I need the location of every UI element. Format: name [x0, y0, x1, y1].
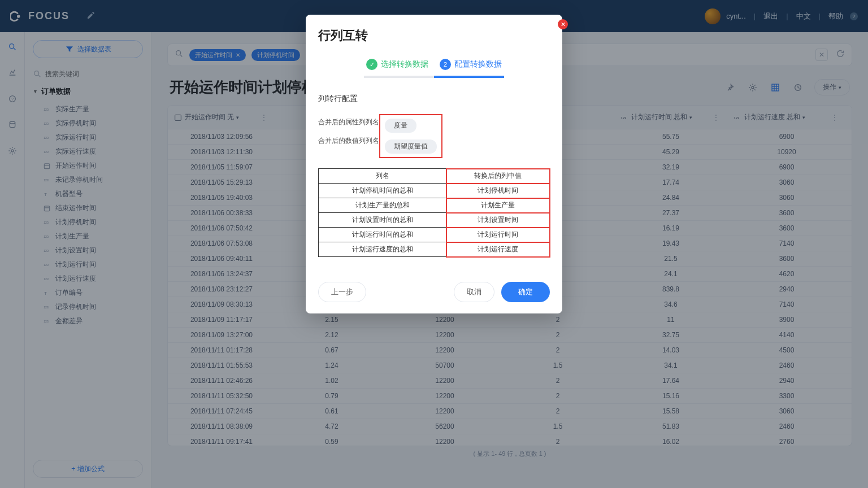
modal-title: 行列互转 — [318, 27, 550, 44]
section-title: 列转行配置 — [318, 94, 550, 104]
cfg-th-2: 转换后的列中值 — [446, 169, 550, 184]
transpose-modal: ✕ 行列互转 ✓ 选择转换数据 2 配置转换数据 列转行配置 合并后的属性列列名… — [306, 15, 562, 313]
step-2-badge: 2 — [440, 59, 451, 70]
cancel-button[interactable]: 取消 — [454, 282, 494, 302]
step-2: 2 配置转换数据 — [440, 59, 502, 70]
attr-col-chip[interactable]: 度量 — [385, 119, 416, 133]
cfg-cell: 计划运行时间 — [446, 228, 550, 242]
value-col-label: 合并后的数值列列名 — [318, 136, 379, 146]
attr-col-label: 合并后的属性列列名 — [318, 117, 379, 127]
cfg-cell: 计划生产量的总和 — [319, 198, 446, 213]
cfg-cell: 计划停机时间 — [446, 184, 550, 198]
prev-button[interactable]: 上一步 — [318, 282, 366, 302]
step-indicator: ✓ 选择转换数据 2 配置转换数据 — [318, 59, 550, 70]
cfg-cell: 计划设置时间 — [446, 213, 550, 228]
cfg-cell: 计划运行速度 — [446, 242, 550, 257]
modal-close-button[interactable]: ✕ — [558, 19, 568, 29]
cfg-cell: 计划停机时间的总和 — [319, 184, 446, 198]
step-2-label: 配置转换数据 — [454, 59, 502, 69]
step-1: ✓ 选择转换数据 — [366, 59, 428, 70]
confirm-button[interactable]: 确定 — [501, 282, 550, 302]
cfg-cell: 计划生产量 — [446, 198, 550, 213]
config-table: 列名 转换后的列中值 计划停机时间的总和计划停机时间计划生产量的总和计划生产量计… — [318, 168, 550, 257]
cfg-cell: 计划设置时间的总和 — [319, 213, 446, 228]
cfg-cell: 计划运行时间的总和 — [319, 228, 446, 242]
cfg-th-1: 列名 — [319, 169, 446, 184]
check-icon: ✓ — [366, 59, 377, 70]
modal-actions: 上一步 取消 确定 — [318, 282, 550, 302]
step-1-label: 选择转换数据 — [381, 59, 428, 69]
step-progress — [364, 76, 504, 78]
cfg-cell: 计划运行速度的总和 — [319, 242, 446, 257]
value-col-chip[interactable]: 期望度量值 — [385, 140, 437, 154]
